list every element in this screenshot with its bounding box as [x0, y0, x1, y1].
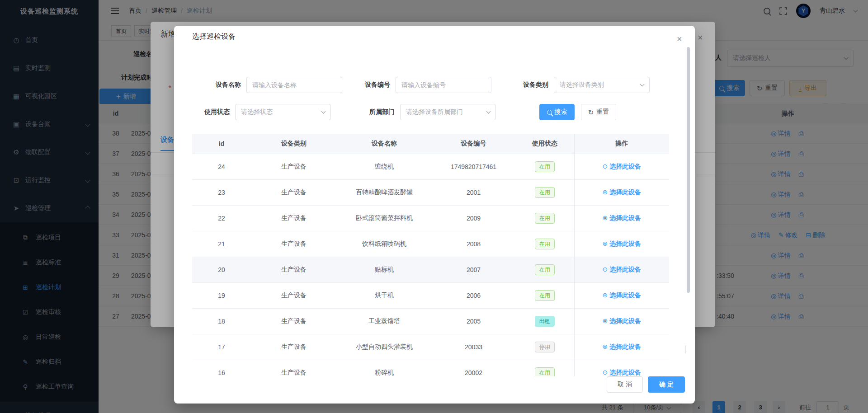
- device-table-header-cell: 使用状态: [515, 134, 574, 154]
- device-table-row: 18 生产设备 工业蒸馏塔 2005 出租 ⊜选择此设备: [192, 309, 669, 334]
- link-icon: ⊜: [602, 266, 608, 273]
- select-device-link[interactable]: ⊜选择此设备: [602, 369, 641, 376]
- device-table-row: 23 生产设备 百特精酿啤酒发酵罐 2001 在用 ⊜选择此设备: [192, 180, 669, 206]
- device-id-cell: 21: [192, 231, 251, 257]
- link-icon: ⊜: [602, 214, 608, 221]
- device-code-cell: 1749820717461: [432, 154, 515, 180]
- device-table-header-cell: id: [192, 134, 251, 154]
- device-code-label: 设备编号: [350, 81, 396, 89]
- select-device-link[interactable]: ⊜选择此设备: [602, 317, 641, 324]
- select-device-link[interactable]: ⊜选择此设备: [602, 214, 641, 221]
- device-code-cell: 20033: [432, 334, 515, 360]
- modal-scrollbar[interactable]: [687, 47, 690, 293]
- select-device-link[interactable]: ⊜选择此设备: [602, 291, 641, 299]
- device-name-cell: 粉碎机: [337, 360, 432, 377]
- device-category-cell: 生产设备: [251, 360, 337, 377]
- device-category-label: 设备类别: [509, 81, 554, 89]
- device-category-cell: 生产设备: [251, 334, 337, 360]
- device-category-cell: 生产设备: [251, 257, 337, 283]
- select-device-link[interactable]: ⊜选择此设备: [602, 163, 641, 170]
- link-icon: ⊜: [602, 291, 608, 299]
- select-caret-icon: [486, 109, 491, 113]
- link-icon: ⊜: [602, 163, 608, 170]
- device-code-input[interactable]: [396, 77, 491, 93]
- close-icon[interactable]: ×: [677, 34, 682, 44]
- device-category-cell: 生产设备: [251, 154, 337, 180]
- device-code-cell: 2008: [432, 231, 515, 257]
- device-category-cell: 生产设备: [251, 309, 337, 334]
- device-table-row: 20 生产设备 贴标机 2007 在用 ⊜选择此设备: [192, 257, 669, 283]
- select-device-modal: 选择巡检设备 × 设备名称 设备编号 设备类别 请选择设备类别 使用状态 请选择…: [174, 26, 695, 404]
- chevron-down-icon: [685, 346, 685, 353]
- device-table-header-cell: 设备名称: [337, 134, 432, 154]
- device-code-cell: 2007: [432, 257, 515, 283]
- device-table-row: 24 生产设备 缠绕机 1749820717461 在用 ⊜选择此设备: [192, 154, 669, 180]
- device-code-cell: 2006: [432, 283, 515, 309]
- status-badge: 在用: [535, 264, 555, 275]
- device-id-cell: 22: [192, 206, 251, 231]
- device-id-cell: 19: [192, 283, 251, 309]
- status-badge: 在用: [535, 367, 555, 376]
- select-device-link[interactable]: ⊜选择此设备: [602, 188, 641, 196]
- device-id-cell: 23: [192, 180, 251, 206]
- device-category-cell: 生产设备: [251, 283, 337, 309]
- device-name-input[interactable]: [246, 77, 342, 93]
- status-badge: 在用: [535, 213, 555, 224]
- status-badge: 出租: [535, 316, 555, 327]
- device-table-row: 19 生产设备 烘干机 2006 在用 ⊜选择此设备: [192, 283, 669, 309]
- device-category-cell: 生产设备: [251, 206, 337, 231]
- device-table-header-row: id设备类别设备名称设备编号使用状态操作: [192, 134, 669, 154]
- link-icon: ⊜: [602, 343, 608, 350]
- select-caret-icon: [321, 109, 326, 113]
- device-code-cell: 20002: [432, 360, 515, 377]
- status-badge: 在用: [535, 290, 555, 301]
- modal-search-button[interactable]: 搜索: [539, 104, 575, 120]
- device-name-cell: 工业蒸馏塔: [337, 309, 432, 334]
- device-status-select[interactable]: 请选择状态: [235, 104, 331, 120]
- device-code-cell: 2001: [432, 180, 515, 206]
- device-name-cell: 缠绕机: [337, 154, 432, 180]
- device-id-cell: 16: [192, 360, 251, 377]
- device-category-select[interactable]: 请选择设备类别: [554, 77, 650, 93]
- device-table-header-cell: 设备编号: [432, 134, 515, 154]
- device-table-header-cell: 设备类别: [251, 134, 337, 154]
- device-table-row: 17 生产设备 小型自动四头灌装机 20033 停用 ⊜选择此设备: [192, 334, 669, 360]
- device-name-cell: 百特精酿啤酒发酵罐: [337, 180, 432, 206]
- status-badge: 在用: [535, 187, 555, 198]
- select-device-link[interactable]: ⊜选择此设备: [602, 240, 641, 247]
- status-badge: 在用: [535, 161, 555, 172]
- device-id-cell: 24: [192, 154, 251, 180]
- refresh-icon: ↻: [588, 109, 594, 116]
- confirm-button[interactable]: 确 定: [648, 376, 685, 393]
- device-name-cell: 烘干机: [337, 283, 432, 309]
- device-id-cell: 18: [192, 309, 251, 334]
- device-table-row: 21 生产设备 饮料纸箱喷码机 2008 在用 ⊜选择此设备: [192, 231, 669, 257]
- status-badge: 停用: [535, 342, 555, 352]
- link-icon: ⊜: [602, 317, 608, 324]
- search-icon: [547, 110, 552, 115]
- device-name-cell: 卧式滚筒酱菜拌料机: [337, 206, 432, 231]
- status-badge: 在用: [535, 239, 555, 249]
- link-icon: ⊜: [602, 240, 608, 247]
- cancel-button[interactable]: 取 消: [607, 376, 643, 393]
- device-category-cell: 生产设备: [251, 231, 337, 257]
- device-code-cell: 2005: [432, 309, 515, 334]
- modal-reset-button[interactable]: ↻ 重置: [581, 104, 616, 120]
- select-device-link[interactable]: ⊜选择此设备: [602, 343, 641, 350]
- select-caret-icon: [640, 82, 645, 86]
- device-name-cell: 饮料纸箱喷码机: [337, 231, 432, 257]
- device-name-label: 设备名称: [201, 81, 246, 89]
- device-dept-label: 所属部门: [355, 108, 400, 116]
- app-root: 设备巡检监测系统 ◷ 首页 ▤ 实时监测 ▦ 可视化园区: [0, 0, 868, 413]
- device-name-cell: 小型自动四头灌装机: [337, 334, 432, 360]
- device-table-header-cell: 操作: [574, 134, 669, 154]
- device-name-cell: 贴标机: [337, 257, 432, 283]
- device-table: id设备类别设备名称设备编号使用状态操作 24 生产设备 缠绕机 1749820…: [192, 134, 669, 376]
- device-status-label: 使用状态: [190, 108, 235, 116]
- device-id-cell: 20: [192, 257, 251, 283]
- device-dept-select[interactable]: 请选择设备所属部门: [400, 104, 496, 120]
- select-device-link[interactable]: ⊜选择此设备: [602, 266, 641, 273]
- device-category-cell: 生产设备: [251, 180, 337, 206]
- device-id-cell: 17: [192, 334, 251, 360]
- device-table-row: 22 生产设备 卧式滚筒酱菜拌料机 2009 在用 ⊜选择此设备: [192, 206, 669, 231]
